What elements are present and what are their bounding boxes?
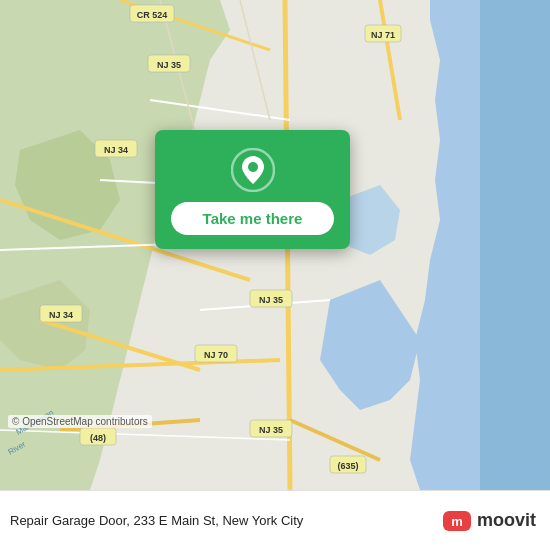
bottom-bar: Repair Garage Door, 233 E Main St, New Y…: [0, 490, 550, 550]
moovit-brand-icon: m: [441, 505, 473, 537]
map-attribution: © OpenStreetMap contributors: [8, 415, 152, 428]
map-container: NJ 34 NJ 34 NJ 70 NJ 35 NJ 35 NJ 35 NJ 7…: [0, 0, 550, 490]
popup-card: Take me there: [155, 130, 350, 249]
take-me-there-button[interactable]: Take me there: [171, 202, 334, 235]
svg-text:NJ 70: NJ 70: [204, 350, 228, 360]
svg-text:NJ 34: NJ 34: [49, 310, 73, 320]
svg-text:m: m: [451, 514, 463, 529]
svg-point-46: [248, 162, 258, 172]
svg-text:NJ 35: NJ 35: [259, 425, 283, 435]
location-name: Repair Garage Door, 233 E Main St, New Y…: [10, 513, 303, 528]
moovit-brand-text: moovit: [477, 510, 536, 531]
svg-text:CR 524: CR 524: [137, 10, 168, 20]
svg-text:NJ 34: NJ 34: [104, 145, 128, 155]
svg-text:NJ 35: NJ 35: [259, 295, 283, 305]
svg-text:NJ 35: NJ 35: [157, 60, 181, 70]
location-pin-icon: [231, 148, 275, 192]
svg-text:(48): (48): [90, 433, 106, 443]
svg-text:(635): (635): [337, 461, 358, 471]
moovit-logo: m moovit: [441, 505, 536, 537]
svg-rect-4: [480, 0, 550, 490]
svg-text:NJ 71: NJ 71: [371, 30, 395, 40]
location-info: Repair Garage Door, 233 E Main St, New Y…: [10, 513, 303, 528]
